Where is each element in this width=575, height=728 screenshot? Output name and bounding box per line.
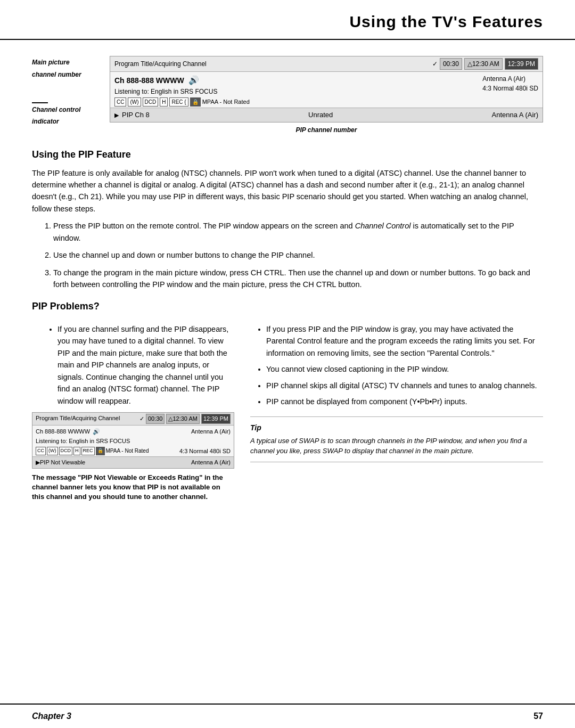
pip-problems-left-col: If you are channel surfing and the PIP d… — [32, 319, 234, 502]
pip-problems-two-col: If you are channel surfing and the PIP d… — [32, 319, 543, 502]
pip-problems-heading: PIP Problems? — [32, 299, 543, 314]
tv-banner-diagram: Main picture channel number Channel cont… — [32, 56, 543, 135]
sb-lock-icon: 🔒 — [96, 447, 105, 455]
pip-channel-number-label: PIP channel number — [110, 125, 543, 135]
sound-icon: 🔊 — [188, 74, 199, 87]
cc-icon: CC — [114, 97, 126, 107]
sb-pip-row: ▶PIP Not Viewable Antenna A (Air) — [32, 456, 234, 468]
lock-icon: 🔒 — [190, 97, 201, 107]
pip-rating: Unrated — [308, 110, 333, 120]
small-banner-wrapper: Program Title/Acquiring Channel ✓ 00:30 … — [32, 412, 234, 469]
sb-signal: ✓ — [139, 414, 144, 423]
pip-step-1: Press the PIP button on the remote contr… — [53, 220, 543, 244]
footer-chapter: Chapter 3 — [32, 710, 71, 723]
dcd-icon: DCD — [143, 97, 159, 107]
time-block-1: 00:30 — [440, 58, 462, 70]
rec-icon: REC { — [169, 97, 188, 107]
page: Using the TV's Features Main picture cha… — [0, 0, 575, 728]
page-title: Using the TV's Features — [349, 13, 543, 30]
page-footer: Chapter 3 57 — [0, 704, 575, 728]
pip-right-bullets: If you press PIP and the PIP window is g… — [266, 323, 543, 408]
sb-cc-icon: CC — [36, 447, 46, 455]
w-icon: (W) — [128, 97, 141, 107]
tip-text: A typical use of SWAP is to scan through… — [250, 436, 543, 456]
pip-steps-list: Press the PIP button on the remote contr… — [53, 220, 543, 290]
content-area: Main picture channel number Channel cont… — [0, 40, 575, 512]
tip-section: Tip A typical use of SWAP is to scan thr… — [250, 416, 543, 462]
pip-bold-caption: The message "PIP Not Viewable or Exceeds… — [32, 473, 234, 502]
sb-h-icon: H — [73, 447, 80, 455]
sb-pip-antenna: Antenna A (Air) — [191, 458, 231, 467]
sb-dcd-icon: DCD — [59, 447, 73, 455]
pip-right-bullet-2: You cannot view closed captioning in the… — [266, 363, 543, 375]
footer-page-number: 57 — [533, 710, 543, 723]
pip-step-3: To change the program in the main pictur… — [53, 267, 543, 291]
sb-antenna1: Antenna A (Air) — [191, 427, 231, 436]
banner-ch-info: Ch 888-888 WWWW 🔊 Listening to: English … — [114, 74, 250, 107]
pip-step-2: Use the channel up and down or number bu… — [53, 249, 543, 261]
banner-row1: Program Title/Acquiring Channel ✓ 00:30 … — [110, 56, 543, 72]
listening-text: Listening to: English in SRS FOCUS — [114, 87, 250, 96]
banner-pip-row: ▶ PIP Ch 8 Unrated Antenna A (Air) — [110, 108, 543, 122]
sb-time3: 12:39 PM — [201, 414, 231, 424]
page-header: Using the TV's Features — [0, 0, 575, 40]
sb-times: ✓ 00:30 △12:30 AM 12:39 PM — [139, 414, 231, 424]
sb-pip-text: ▶PIP Not Viewable — [36, 458, 85, 467]
banner-box: Program Title/Acquiring Channel ✓ 00:30 … — [110, 56, 543, 122]
sb-rec-icon: REC — [81, 447, 95, 455]
time-block-2: △12:30 AM — [464, 58, 503, 70]
sb-row2: Ch 888-888 WWWW 🔊 Antenna A (Air) — [32, 426, 234, 437]
channel-number-display: Ch 888-888 WWWW — [114, 75, 184, 86]
banner-program-title: Program Title/Acquiring Channel — [114, 59, 207, 69]
sb-sound-icon: 🔊 — [93, 427, 100, 436]
pip-feature-heading: Using the PIP Feature — [32, 148, 543, 162]
pip-info: ▶ PIP Ch 8 — [114, 110, 150, 120]
sb-time1: 00:30 — [146, 414, 165, 424]
tv-banner-main: Program Title/Acquiring Channel ✓ 00:30 … — [110, 56, 543, 135]
pip-right-bullet-4: PIP cannot be displayed from component (… — [266, 396, 543, 407]
sb-time2: △12:30 AM — [166, 414, 199, 424]
sb-antenna2: 4:3 Normal 480i SD — [179, 447, 231, 456]
h-icon: H — [160, 97, 168, 107]
banner-row2: Ch 888-888 WWWW 🔊 Listening to: English … — [110, 72, 543, 108]
pip-arrow-icon: ▶ — [114, 111, 119, 120]
pip-problems-bullet1: If you are channel surfing and the PIP d… — [48, 323, 234, 407]
sb-title: Program Title/Acquiring Channel — [36, 414, 120, 424]
sb-mpaa: MPAA - Not Rated — [106, 447, 149, 455]
tip-label: Tip — [250, 422, 543, 433]
banner-labels-left: Main picture channel number Channel cont… — [32, 56, 101, 127]
icons-row: CC (W) DCD H REC { 🔒 MPAA - Not Rated — [114, 97, 250, 107]
mpaa-text: MPAA - Not Rated — [202, 97, 250, 107]
sb-ch: Ch 888-888 WWWW — [36, 427, 90, 436]
antenna-info: Antenna A (Air) 4:3 Normal 480i SD — [482, 74, 538, 107]
sb-icons-row: CC (W) DCD H REC 🔒 MPAA - Not Rated — [36, 447, 149, 456]
sb-row1: Program Title/Acquiring Channel ✓ 00:30 … — [32, 413, 234, 426]
time-block-3: 12:39 PM — [505, 58, 538, 70]
signal-icon: ✓ — [432, 59, 438, 69]
sb-w-icon: (W) — [47, 447, 58, 455]
section-pip-problems: PIP Problems? If you are channel surfing… — [32, 299, 543, 502]
connector-line — [32, 102, 48, 103]
banner-time-row: ✓ 00:30 △12:30 AM 12:39 PM — [432, 58, 538, 70]
pip-feature-body: The PIP feature is only available for an… — [32, 167, 543, 215]
pip-antenna: Antenna A (Air) — [492, 110, 538, 120]
pip-problems-right-col: If you press PIP and the PIP window is g… — [250, 319, 543, 502]
pip-right-bullet-1: If you press PIP and the PIP window is g… — [266, 323, 543, 359]
main-picture-label: Main picture channel number — [32, 56, 101, 80]
pip-label: PIP Ch 8 — [122, 110, 150, 120]
channel-control-label: Channel control indicator — [32, 102, 101, 127]
pip-right-bullet-3: PIP channel skips all digital (ATSC) TV … — [266, 380, 543, 391]
small-banner-box: Program Title/Acquiring Channel ✓ 00:30 … — [32, 412, 234, 469]
section-pip-feature: Using the PIP Feature The PIP feature is… — [32, 148, 543, 291]
sb-listening: Listening to: English in SRS FOCUS — [32, 436, 234, 447]
pip-problems-bullet1-item: If you are channel surfing and the PIP d… — [58, 323, 234, 407]
